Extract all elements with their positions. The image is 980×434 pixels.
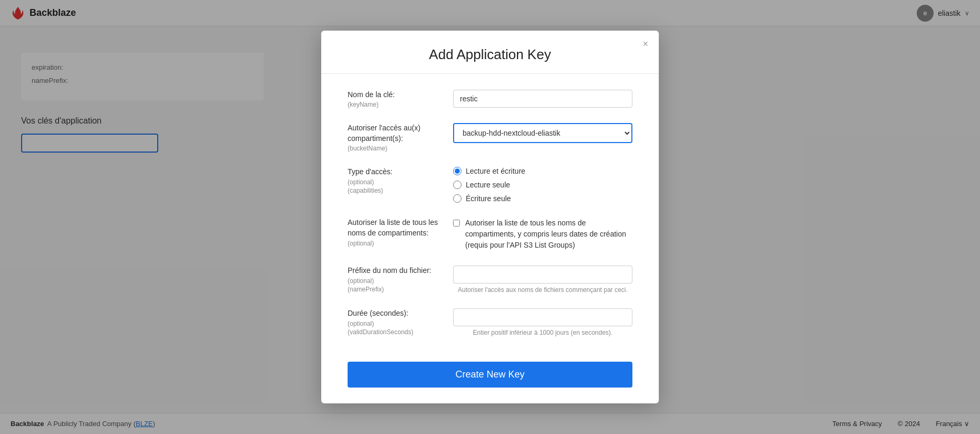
radio-writeonly[interactable]: Écriture seule [453,194,632,203]
file-prefix-hint: Autoriser l'accès aux noms de fichiers c… [453,286,632,294]
list-buckets-opt: (optional) [348,240,443,247]
list-buckets-row: Autoriser la liste de tous les noms de c… [348,218,632,251]
bucket-select[interactable]: Tous les compartiments backup-hdd-nextcl… [453,123,632,143]
radio-readonly-input[interactable] [453,181,462,189]
access-type-radio-group: Lecture et écriture Lecture seule Écritu… [453,167,632,203]
bucket-control: Tous les compartiments backup-hdd-nextcl… [453,123,632,143]
create-new-key-button[interactable]: Create New Key [348,362,632,388]
access-type-label-col: Type d'accès: (optional) (capabilities) [348,167,453,194]
key-name-sub: (keyName) [348,101,443,108]
bucket-row: Autoriser l'accès au(x) compartiment(s):… [348,123,632,152]
list-buckets-label-col: Autoriser la liste de tous les noms de c… [348,218,453,247]
radio-writeonly-input[interactable] [453,194,462,203]
key-name-label: Nom de la clé: [348,90,443,100]
key-name-input[interactable] [453,90,632,108]
bucket-sub: (bucketName) [348,145,443,152]
bucket-label: Autoriser l'accès au(x) compartiment(s): [348,123,443,144]
file-prefix-input[interactable] [453,266,632,284]
list-buckets-label: Autoriser la liste de tous les noms de c… [348,218,443,238]
duration-hint: Entier positif inférieur à 1000 jours (e… [453,329,632,336]
add-application-key-modal: Add Application Key × Nom de la clé: (ke… [321,31,659,404]
bucket-label-col: Autoriser l'accès au(x) compartiment(s):… [348,123,453,152]
file-prefix-sub: (namePrefix) [348,286,443,293]
modal-header: Add Application Key × [321,31,659,74]
list-buckets-checkbox-row: Autoriser la liste de tous les noms de c… [453,218,632,251]
file-prefix-row: Préfixe du nom du fichier: (optional) (n… [348,266,632,294]
duration-input[interactable] [453,308,632,326]
duration-row: Durée (secondes): (optional) (validDurat… [348,308,632,336]
duration-label: Durée (secondes): [348,308,443,319]
radio-readonly-label: Lecture seule [466,181,510,189]
list-buckets-checkbox-text: Autoriser la liste de tous les noms de c… [465,218,632,251]
access-type-opt: (optional) [348,178,443,186]
file-prefix-opt: (optional) [348,277,443,285]
modal-footer: Create New Key [321,356,659,388]
list-buckets-control: Autoriser la liste de tous les noms de c… [453,218,632,251]
file-prefix-label: Préfixe du nom du fichier: [348,266,443,276]
radio-readwrite-label: Lecture et écriture [466,167,525,175]
radio-readwrite-input[interactable] [453,167,462,175]
modal-close-button[interactable]: × [642,39,648,49]
modal-overlay: Add Application Key × Nom de la clé: (ke… [0,0,980,434]
file-prefix-control: Autoriser l'accès aux noms de fichiers c… [453,266,632,294]
duration-control: Entier positif inférieur à 1000 jours (e… [453,308,632,336]
file-prefix-label-col: Préfixe du nom du fichier: (optional) (n… [348,266,453,293]
radio-writeonly-label: Écriture seule [466,194,511,203]
access-type-sub: (capabilities) [348,187,443,194]
radio-readonly[interactable]: Lecture seule [453,181,632,189]
access-type-row: Type d'accès: (optional) (capabilities) … [348,167,632,203]
duration-label-col: Durée (secondes): (optional) (validDurat… [348,308,453,336]
duration-opt: (optional) [348,320,443,327]
list-buckets-checkbox[interactable] [453,219,460,227]
radio-readwrite[interactable]: Lecture et écriture [453,167,632,175]
modal-title: Add Application Key [337,46,643,63]
modal-body: Nom de la clé: (keyName) Autoriser l'acc… [321,74,659,357]
access-type-control: Lecture et écriture Lecture seule Écritu… [453,167,632,203]
access-type-label: Type d'accès: [348,167,443,177]
key-name-row: Nom de la clé: (keyName) [348,90,632,109]
key-name-label-col: Nom de la clé: (keyName) [348,90,453,109]
key-name-control [453,90,632,108]
duration-sub: (validDurationSeconds) [348,328,443,336]
